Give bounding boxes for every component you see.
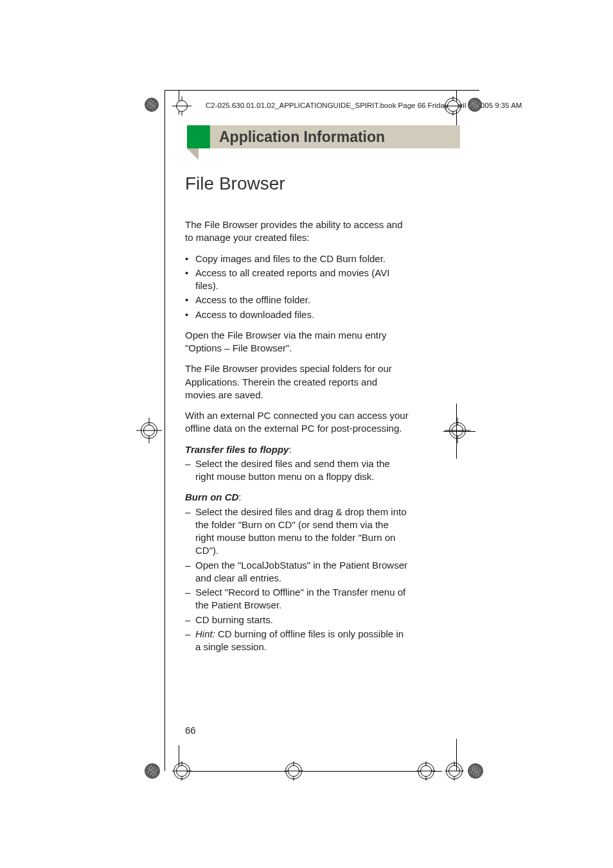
body-content: The File Browser provides the ability to… [185, 212, 410, 661]
list-item: Select the desired files and drag & drop… [185, 506, 410, 558]
hint-prefix: Hint: [195, 628, 215, 639]
crop-left-vline [164, 90, 165, 771]
burn-heading-line: Burn on CD: [185, 491, 410, 504]
page-number: 66 [185, 725, 196, 736]
crosshair-bottom-right [445, 761, 464, 781]
burn-steps: Select the desired files and drag & drop… [185, 506, 410, 654]
registration-mark-bottom-left [145, 763, 160, 779]
section-color-chip [187, 125, 210, 148]
crosshair-bottom-right-inner [416, 761, 436, 781]
registration-mark-top-right [468, 98, 482, 112]
transfer-label: Transfer files to floppy [185, 444, 289, 455]
crosshair-bottom-center [284, 761, 303, 781]
crop-top-hline [164, 90, 479, 91]
hint-text: CD burning of offline files is only poss… [195, 628, 404, 652]
page-heading: File Browser [185, 173, 285, 194]
folders-paragraph: The File Browser provides special folder… [185, 362, 410, 402]
external-paragraph: With an external PC connected you can ac… [185, 409, 410, 436]
section-band: Application Information [187, 125, 460, 148]
burn-label: Burn on CD [185, 492, 238, 502]
crosshair-top-right [443, 96, 463, 116]
list-item: Access to all created reports and movies… [185, 267, 410, 293]
intro-paragraph: The File Browser provides the ability to… [185, 218, 410, 245]
list-item: Select "Record to Offline" in the Transf… [185, 586, 410, 612]
list-item: Select the desired files and send them v… [185, 457, 410, 484]
crosshair-top-left [172, 96, 191, 116]
crosshair-bottom-left [172, 761, 191, 781]
list-item: CD burning starts. [185, 614, 410, 626]
list-item: Access to the offline folder. [185, 294, 410, 306]
crop-mid-right-hline [443, 431, 475, 432]
registration-mark-bottom-right [468, 763, 483, 779]
crop-bottom-right-vline [456, 739, 457, 771]
transfer-heading-line: Transfer files to floppy: [185, 443, 410, 456]
registration-mark-top-left [145, 98, 159, 112]
list-item: Copy images and files to the CD Burn fol… [185, 252, 410, 265]
list-item: Access to downloaded files. [185, 308, 410, 321]
crosshair-mid-right [445, 418, 470, 443]
list-item: Open the "LocalJobStatus" in the Patient… [185, 559, 410, 585]
capabilities-list: Copy images and files to the CD Burn fol… [185, 252, 410, 321]
section-band-fold [187, 148, 199, 160]
crosshair-mid-left [136, 418, 162, 443]
section-title: Application Information [210, 128, 385, 146]
open-paragraph: Open the File Browser via the main menu … [185, 329, 410, 355]
crop-bottom-hline [185, 771, 442, 772]
list-item-hint: Hint: CD burning of offline files is onl… [185, 628, 410, 654]
transfer-steps: Select the desired files and send them v… [185, 457, 410, 484]
